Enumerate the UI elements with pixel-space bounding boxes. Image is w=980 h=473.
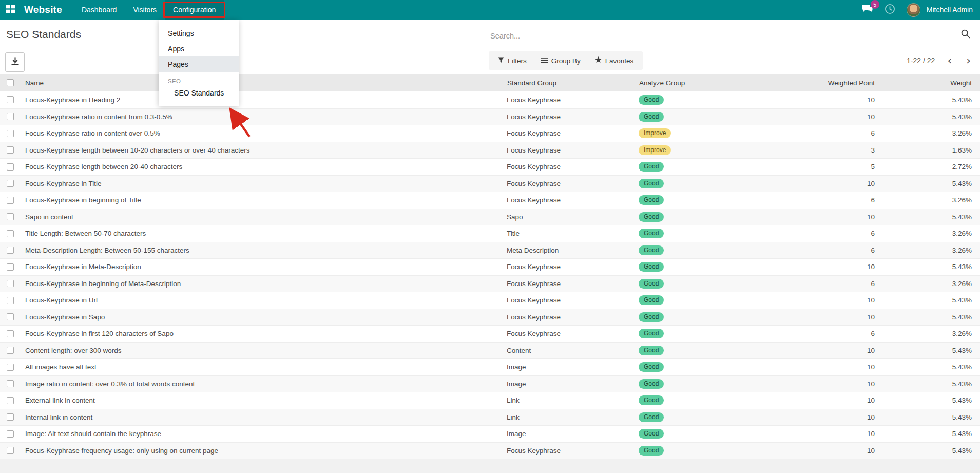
nav-item-visitors[interactable]: Visitors [125, 0, 165, 20]
standard-name: Focus-Keyphrase in Meta-Description [21, 263, 503, 271]
export-button[interactable] [5, 52, 25, 72]
row-checkbox[interactable] [7, 130, 14, 137]
table-row[interactable]: Focus-Keyphrase in Meta-DescriptionFocus… [0, 258, 980, 275]
table-row[interactable]: Focus-Keyphrase in beginning of TitleFoc… [0, 192, 980, 209]
row-checkbox[interactable] [7, 413, 14, 421]
analyze-group-cell: Good [635, 162, 756, 172]
row-checkbox[interactable] [7, 230, 14, 237]
table-row[interactable]: Focus-Keyphrase in beginning of Meta-Des… [0, 275, 980, 292]
table-row[interactable]: Focus-Keyphrase ratio in content over 0.… [0, 125, 980, 142]
analyze-group-badge: Good [639, 295, 664, 305]
row-checkbox[interactable] [7, 313, 14, 320]
standard-group: Focus Keyphrase [503, 129, 635, 137]
row-checkbox-cell [0, 397, 21, 404]
standard-name: Focus-Keyphrase ratio in content from 0.… [21, 113, 503, 121]
row-checkbox[interactable] [7, 364, 14, 371]
analyze-group-cell: Good [635, 395, 756, 405]
table-row[interactable]: Focus-Keyphrase ratio in content from 0.… [0, 108, 980, 125]
table-row[interactable]: Image: Alt text should contain the keyph… [0, 425, 980, 442]
nav-item-configuration[interactable]: Configuration Settings Apps Pages SEO SE… [165, 0, 224, 20]
weight: 5.43% [880, 213, 980, 221]
select-all-checkbox[interactable] [7, 79, 14, 86]
nav-item-dashboard[interactable]: Dashboard [73, 0, 125, 20]
column-header-analyze-group[interactable]: Analyze Group [635, 74, 756, 91]
row-checkbox[interactable] [7, 280, 14, 287]
row-checkbox[interactable] [7, 146, 14, 154]
weight: 3.26% [880, 129, 980, 137]
group-by-button[interactable]: Group By [535, 51, 587, 70]
weight: 5.43% [880, 413, 980, 421]
table-row[interactable]: Focus-Keyphrase length between 10-20 cha… [0, 142, 980, 159]
standard-group: Focus Keyphrase [503, 296, 635, 304]
column-header-weighted-point[interactable]: Weighted Point [756, 74, 880, 91]
analyze-group-cell: Good [635, 295, 756, 305]
filters-label: Filters [508, 57, 527, 65]
standard-group: Focus Keyphrase [503, 313, 635, 321]
standard-group: Focus Keyphrase [503, 280, 635, 288]
row-checkbox[interactable] [7, 397, 14, 404]
clock-icon [885, 4, 895, 16]
row-checkbox[interactable] [7, 330, 14, 337]
table-row[interactable]: Focus-Keyphrase in UrlFocus KeyphraseGoo… [0, 292, 980, 309]
standard-name: Focus-Keyphrase in Sapo [21, 313, 503, 321]
menu-item-settings[interactable]: Settings [159, 26, 239, 41]
table-row[interactable]: Focus-Keyphrase in first 120 characters … [0, 325, 980, 342]
menu-item-seo-standards[interactable]: SEO Standards [159, 85, 239, 101]
analyze-group-cell: Good [635, 379, 756, 389]
weight: 5.43% [880, 313, 980, 321]
row-checkbox[interactable] [7, 447, 14, 454]
row-checkbox-cell [0, 430, 21, 438]
app-brand[interactable]: Website [21, 0, 73, 20]
table-row[interactable]: Image ratio in content: over 0.3% of tot… [0, 375, 980, 392]
messages-button[interactable]: 5 [862, 4, 873, 15]
table-row[interactable]: Focus-Keyphrase in Heading 2Focus Keyphr… [0, 91, 980, 108]
column-header-standard-group[interactable]: Standard Group [503, 74, 635, 91]
table-row[interactable]: Meta-Description Length: Between 50-155 … [0, 242, 980, 259]
weight: 5.43% [880, 347, 980, 354]
analyze-group-badge: Good [639, 95, 664, 105]
apps-menu-button[interactable] [0, 0, 21, 20]
weight: 5.43% [880, 263, 980, 271]
row-checkbox[interactable] [7, 163, 14, 171]
table-row[interactable]: Focus-Keyphrase in TitleFocus KeyphraseG… [0, 175, 980, 192]
row-checkbox[interactable] [7, 197, 14, 204]
search-input[interactable] [490, 28, 947, 44]
row-checkbox[interactable] [7, 213, 14, 220]
row-checkbox[interactable] [7, 113, 14, 120]
table-row[interactable]: Focus-Keyphrase in SapoFocus KeyphraseGo… [0, 309, 980, 326]
column-header-weight[interactable]: Weight [880, 74, 980, 91]
menu-item-pages[interactable]: Pages [159, 56, 239, 72]
pager-previous-button[interactable]: ‹ [945, 55, 954, 66]
row-checkbox[interactable] [7, 180, 14, 187]
favorites-button[interactable]: Favorites [589, 51, 640, 70]
weight: 5.43% [880, 296, 980, 304]
pager-range[interactable]: 1-22 / 22 [907, 56, 935, 65]
row-checkbox[interactable] [7, 430, 14, 438]
column-header-name[interactable]: Name [21, 74, 503, 91]
table-row[interactable]: External link in contentLinkGood105.43% [0, 392, 980, 409]
standard-name: Image: Alt text should contain the keyph… [21, 430, 503, 438]
table-row[interactable]: Sapo in contentSapoGood105.43% [0, 209, 980, 225]
pager-next-button[interactable]: › [964, 55, 973, 66]
row-checkbox[interactable] [7, 297, 14, 304]
table-row[interactable]: Internal link in contentLinkGood105.43% [0, 409, 980, 426]
activities-button[interactable] [885, 4, 895, 16]
row-checkbox[interactable] [7, 263, 14, 271]
row-checkbox[interactable] [7, 380, 14, 387]
table-row[interactable]: Focus-Keyphrase length between 20-40 cha… [0, 158, 980, 175]
user-name[interactable]: Mitchell Admin [927, 6, 973, 14]
weighted-point: 6 [756, 280, 880, 288]
user-menu[interactable] [907, 3, 920, 17]
row-checkbox[interactable] [7, 247, 14, 254]
table-row[interactable]: Title Length: Between 50-70 charactersTi… [0, 225, 980, 242]
row-checkbox[interactable] [7, 347, 14, 354]
table-row[interactable]: All images have alt textImageGood105.43% [0, 358, 980, 375]
filters-button[interactable]: Filters [492, 51, 533, 70]
analyze-group-badge: Good [639, 229, 664, 238]
menu-item-apps[interactable]: Apps [159, 41, 239, 56]
magnifier-icon[interactable] [960, 29, 971, 41]
table-row[interactable]: Focus-Keyphrase frequency usage: only us… [0, 442, 980, 459]
table-row[interactable]: Content length: over 300 wordsContentGoo… [0, 342, 980, 359]
row-checkbox[interactable] [7, 96, 14, 103]
standard-name: Focus-Keyphrase in beginning of Meta-Des… [21, 280, 503, 288]
